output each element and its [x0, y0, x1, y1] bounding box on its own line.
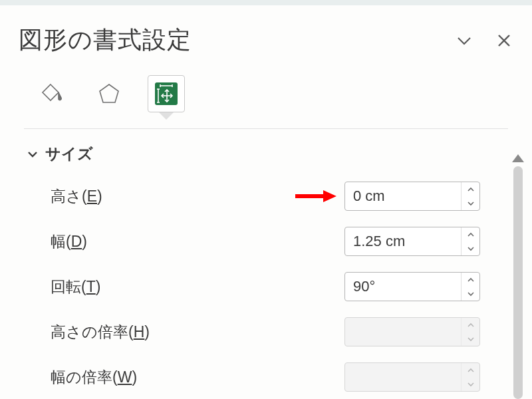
panel-title: 図形の書式設定 [19, 24, 192, 57]
spinner-down-button[interactable] [462, 196, 479, 210]
caret-up-icon [467, 232, 475, 237]
label-post: ) [144, 323, 150, 340]
label-accelerator: H [134, 323, 145, 340]
panel-collapse-button[interactable] [455, 31, 473, 50]
spinner-input [344, 317, 480, 346]
spinner-up-button [462, 318, 479, 332]
vertical-scrollbar[interactable] [511, 154, 525, 399]
size-row: 高さの倍率(H) [51, 309, 480, 354]
category-tabs [19, 71, 513, 124]
section-title: サイズ [45, 144, 93, 164]
spinner-value[interactable]: 90° [345, 273, 461, 301]
spinner-down-button [462, 377, 479, 391]
caret-up-icon [467, 323, 475, 328]
format-shape-panel: 図形の書式設定 [0, 5, 532, 399]
label-accelerator: E [87, 188, 97, 205]
scroll-up-arrow-icon[interactable] [512, 154, 524, 162]
row-label: 幅(D) [51, 231, 87, 252]
label-post: ) [96, 278, 101, 295]
tab-fill-line[interactable] [33, 75, 70, 112]
chevron-down-icon [27, 148, 39, 160]
paint-bucket-icon [39, 80, 65, 107]
caret-down-icon [467, 291, 475, 297]
caret-up-icon [467, 187, 475, 192]
panel-header-controls [455, 31, 513, 50]
spinner-value[interactable]: 1.25 cm [345, 227, 461, 255]
svg-marker-2 [100, 84, 118, 102]
label-accelerator: T [86, 278, 96, 295]
spinner-down-button[interactable] [462, 241, 479, 255]
section-header-size[interactable]: サイズ [19, 129, 487, 174]
caret-up-icon [467, 368, 475, 373]
row-label: 高さ(E) [51, 186, 102, 207]
row-label: 回転(T) [51, 277, 100, 297]
label-accelerator: D [71, 233, 82, 250]
size-rows: 高さ(E)0 cm幅(D)1.25 cm回転(T)90°高さの倍率(H)幅の倍率… [19, 174, 487, 399]
chevron-down-icon [456, 32, 473, 49]
caret-down-icon [467, 201, 475, 206]
size-row: 幅の倍率(W) [51, 354, 480, 399]
spinner-input[interactable]: 90° [344, 272, 480, 301]
spinner-up-button [462, 363, 479, 377]
spinner-value [345, 363, 461, 391]
pentagon-icon [96, 80, 122, 107]
spinner-up-button[interactable] [462, 273, 479, 287]
spinner-input [344, 362, 480, 392]
caret-down-icon [467, 336, 475, 342]
spinner-buttons [461, 273, 479, 301]
annotation-arrow [294, 189, 336, 203]
tab-size-properties[interactable] [148, 75, 185, 112]
label-post: ) [132, 368, 137, 386]
tab-effects[interactable] [90, 75, 128, 112]
scroll-track[interactable] [513, 166, 523, 399]
panel-content: サイズ 高さ(E)0 cm幅(D)1.25 cm回転(T)90°高さの倍率(H)… [19, 129, 513, 399]
spinner-down-button [462, 332, 479, 346]
row-label: 幅の倍率(W) [51, 367, 137, 388]
label-pre: 高さの倍率( [51, 323, 134, 340]
spinner-buttons [461, 227, 479, 255]
spinner-input[interactable]: 1.25 cm [344, 227, 480, 256]
spinner-buttons [461, 182, 479, 210]
spinner-value[interactable]: 0 cm [345, 182, 461, 210]
caret-down-icon [467, 382, 475, 387]
spinner-up-button[interactable] [462, 182, 479, 196]
panel-header: 図形の書式設定 [19, 5, 513, 71]
label-pre: 幅( [51, 233, 71, 250]
panel-close-button[interactable] [495, 31, 513, 50]
size-row: 回転(T)90° [51, 264, 480, 309]
size-row: 高さ(E)0 cm [51, 174, 480, 219]
caret-down-icon [467, 246, 475, 251]
spinner-input[interactable]: 0 cm [344, 182, 480, 211]
size-row: 幅(D)1.25 cm [51, 219, 480, 264]
row-label: 高さの倍率(H) [51, 322, 150, 342]
close-icon [496, 33, 512, 49]
label-post: ) [82, 233, 87, 250]
spinner-buttons [461, 363, 479, 391]
label-accelerator: W [118, 368, 132, 386]
svg-marker-13 [323, 190, 336, 202]
size-properties-icon [152, 80, 180, 108]
label-pre: 高さ( [51, 188, 87, 205]
spinner-buttons [461, 318, 479, 346]
arrow-right-icon [294, 189, 336, 203]
label-pre: 回転( [51, 278, 86, 295]
label-post: ) [97, 188, 102, 205]
label-pre: 幅の倍率( [51, 368, 118, 386]
caret-up-icon [467, 277, 475, 283]
spinner-down-button[interactable] [462, 287, 479, 301]
spinner-value [345, 318, 461, 346]
window-titlebar-strip [0, 0, 532, 5]
spinner-up-button[interactable] [462, 227, 479, 241]
